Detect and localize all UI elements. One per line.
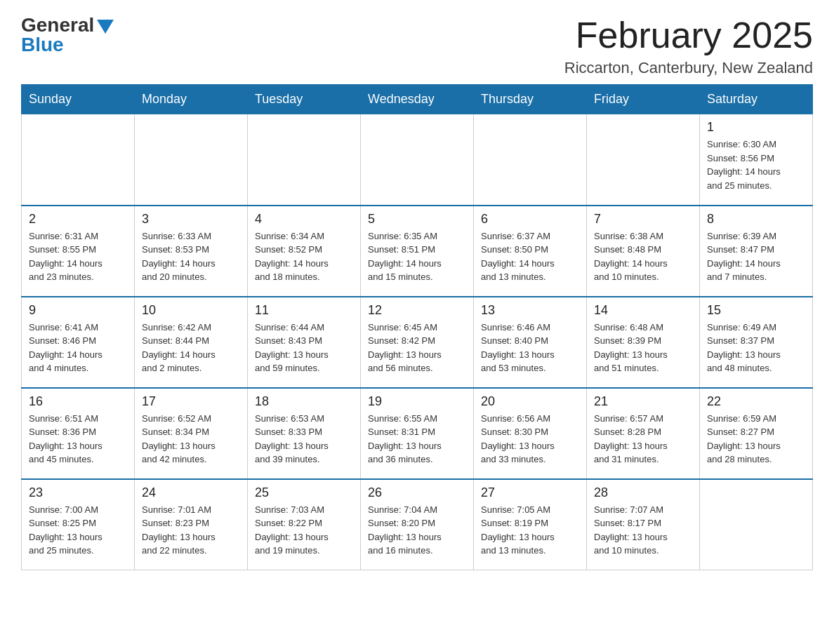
calendar-cell: 3Sunrise: 6:33 AM Sunset: 8:53 PM Daylig… <box>135 206 248 297</box>
day-info: Sunrise: 6:56 AM Sunset: 8:30 PM Dayligh… <box>481 412 579 467</box>
day-info: Sunrise: 6:46 AM Sunset: 8:40 PM Dayligh… <box>481 321 579 375</box>
day-of-week-header: Friday <box>587 85 700 114</box>
calendar-cell: 10Sunrise: 6:42 AM Sunset: 8:44 PM Dayli… <box>135 297 248 388</box>
page-header: General Blue February 2025 Riccarton, Ca… <box>21 14 813 77</box>
day-number: 13 <box>481 303 579 318</box>
day-number: 23 <box>29 485 127 500</box>
day-number: 17 <box>142 394 240 409</box>
calendar-cell <box>22 114 135 206</box>
calendar-cell <box>248 114 361 206</box>
day-info: Sunrise: 6:34 AM Sunset: 8:52 PM Dayligh… <box>255 229 353 284</box>
day-info: Sunrise: 6:57 AM Sunset: 8:28 PM Dayligh… <box>594 412 692 467</box>
day-number: 27 <box>481 485 579 500</box>
day-info: Sunrise: 7:03 AM Sunset: 8:22 PM Dayligh… <box>255 503 353 558</box>
day-info: Sunrise: 6:33 AM Sunset: 8:53 PM Dayligh… <box>142 229 240 284</box>
calendar-table: SundayMondayTuesdayWednesdayThursdayFrid… <box>21 84 813 570</box>
day-info: Sunrise: 6:59 AM Sunset: 8:27 PM Dayligh… <box>707 412 805 467</box>
day-info: Sunrise: 7:01 AM Sunset: 8:23 PM Dayligh… <box>142 503 240 558</box>
day-number: 12 <box>368 303 466 318</box>
day-number: 18 <box>255 394 353 409</box>
calendar-cell: 22Sunrise: 6:59 AM Sunset: 8:27 PM Dayli… <box>700 388 813 479</box>
week-row: 23Sunrise: 7:00 AM Sunset: 8:25 PM Dayli… <box>22 479 813 570</box>
day-number: 7 <box>594 212 692 227</box>
day-number: 1 <box>707 120 805 135</box>
day-info: Sunrise: 6:31 AM Sunset: 8:55 PM Dayligh… <box>29 229 127 284</box>
day-of-week-header: Tuesday <box>248 85 361 114</box>
calendar-cell: 5Sunrise: 6:35 AM Sunset: 8:51 PM Daylig… <box>361 206 474 297</box>
week-row: 16Sunrise: 6:51 AM Sunset: 8:36 PM Dayli… <box>22 388 813 479</box>
day-of-week-header: Saturday <box>700 85 813 114</box>
calendar-cell: 15Sunrise: 6:49 AM Sunset: 8:37 PM Dayli… <box>700 297 813 388</box>
day-number: 28 <box>594 485 692 500</box>
calendar-cell <box>361 114 474 206</box>
day-number: 11 <box>255 303 353 318</box>
calendar-cell: 21Sunrise: 6:57 AM Sunset: 8:28 PM Dayli… <box>587 388 700 479</box>
day-info: Sunrise: 6:44 AM Sunset: 8:43 PM Dayligh… <box>255 321 353 375</box>
calendar-cell: 19Sunrise: 6:55 AM Sunset: 8:31 PM Dayli… <box>361 388 474 479</box>
day-number: 20 <box>481 394 579 409</box>
day-info: Sunrise: 7:07 AM Sunset: 8:17 PM Dayligh… <box>594 503 692 558</box>
calendar-cell: 8Sunrise: 6:39 AM Sunset: 8:47 PM Daylig… <box>700 206 813 297</box>
week-row: 2Sunrise: 6:31 AM Sunset: 8:55 PM Daylig… <box>22 206 813 297</box>
day-info: Sunrise: 7:05 AM Sunset: 8:19 PM Dayligh… <box>481 503 579 558</box>
day-info: Sunrise: 6:38 AM Sunset: 8:48 PM Dayligh… <box>594 229 692 284</box>
week-row: 9Sunrise: 6:41 AM Sunset: 8:46 PM Daylig… <box>22 297 813 388</box>
day-info: Sunrise: 6:55 AM Sunset: 8:31 PM Dayligh… <box>368 412 466 467</box>
month-title: February 2025 <box>564 14 813 56</box>
calendar-cell: 24Sunrise: 7:01 AM Sunset: 8:23 PM Dayli… <box>135 479 248 570</box>
calendar-cell <box>700 479 813 570</box>
calendar-cell: 27Sunrise: 7:05 AM Sunset: 8:19 PM Dayli… <box>474 479 587 570</box>
day-number: 5 <box>368 212 466 227</box>
calendar-cell: 2Sunrise: 6:31 AM Sunset: 8:55 PM Daylig… <box>22 206 135 297</box>
day-info: Sunrise: 6:48 AM Sunset: 8:39 PM Dayligh… <box>594 321 692 375</box>
day-number: 26 <box>368 485 466 500</box>
calendar-cell: 26Sunrise: 7:04 AM Sunset: 8:20 PM Dayli… <box>361 479 474 570</box>
day-info: Sunrise: 6:37 AM Sunset: 8:50 PM Dayligh… <box>481 229 579 284</box>
calendar-cell: 23Sunrise: 7:00 AM Sunset: 8:25 PM Dayli… <box>22 479 135 570</box>
calendar-cell: 6Sunrise: 6:37 AM Sunset: 8:50 PM Daylig… <box>474 206 587 297</box>
calendar-header-row: SundayMondayTuesdayWednesdayThursdayFrid… <box>22 85 813 114</box>
calendar-cell <box>135 114 248 206</box>
logo: General Blue <box>21 14 114 56</box>
day-info: Sunrise: 6:42 AM Sunset: 8:44 PM Dayligh… <box>142 321 240 375</box>
location-title: Riccarton, Canterbury, New Zealand <box>564 59 813 77</box>
calendar-cell: 17Sunrise: 6:52 AM Sunset: 8:34 PM Dayli… <box>135 388 248 479</box>
calendar-cell: 13Sunrise: 6:46 AM Sunset: 8:40 PM Dayli… <box>474 297 587 388</box>
day-info: Sunrise: 6:39 AM Sunset: 8:47 PM Dayligh… <box>707 229 805 284</box>
day-info: Sunrise: 6:41 AM Sunset: 8:46 PM Dayligh… <box>29 321 127 375</box>
day-number: 21 <box>594 394 692 409</box>
day-number: 24 <box>142 485 240 500</box>
day-number: 16 <box>29 394 127 409</box>
day-info: Sunrise: 7:00 AM Sunset: 8:25 PM Dayligh… <box>29 503 127 558</box>
day-number: 22 <box>707 394 805 409</box>
day-info: Sunrise: 6:51 AM Sunset: 8:36 PM Dayligh… <box>29 412 127 467</box>
day-info: Sunrise: 6:35 AM Sunset: 8:51 PM Dayligh… <box>368 229 466 284</box>
day-of-week-header: Sunday <box>22 85 135 114</box>
day-info: Sunrise: 6:45 AM Sunset: 8:42 PM Dayligh… <box>368 321 466 375</box>
calendar-cell: 1Sunrise: 6:30 AM Sunset: 8:56 PM Daylig… <box>700 114 813 206</box>
logo-blue-text: Blue <box>21 34 64 56</box>
title-section: February 2025 Riccarton, Canterbury, New… <box>564 14 813 77</box>
week-row: 1Sunrise: 6:30 AM Sunset: 8:56 PM Daylig… <box>22 114 813 206</box>
day-of-week-header: Monday <box>135 85 248 114</box>
day-of-week-header: Thursday <box>474 85 587 114</box>
day-number: 6 <box>481 212 579 227</box>
day-number: 2 <box>29 212 127 227</box>
day-number: 10 <box>142 303 240 318</box>
calendar-cell: 16Sunrise: 6:51 AM Sunset: 8:36 PM Dayli… <box>22 388 135 479</box>
calendar-cell <box>587 114 700 206</box>
day-number: 4 <box>255 212 353 227</box>
calendar-cell: 18Sunrise: 6:53 AM Sunset: 8:33 PM Dayli… <box>248 388 361 479</box>
day-of-week-header: Wednesday <box>361 85 474 114</box>
logo-triangle-icon <box>97 20 114 34</box>
day-number: 9 <box>29 303 127 318</box>
day-info: Sunrise: 6:53 AM Sunset: 8:33 PM Dayligh… <box>255 412 353 467</box>
calendar-cell: 20Sunrise: 6:56 AM Sunset: 8:30 PM Dayli… <box>474 388 587 479</box>
day-number: 8 <box>707 212 805 227</box>
calendar-cell: 11Sunrise: 6:44 AM Sunset: 8:43 PM Dayli… <box>248 297 361 388</box>
calendar-cell: 9Sunrise: 6:41 AM Sunset: 8:46 PM Daylig… <box>22 297 135 388</box>
day-number: 15 <box>707 303 805 318</box>
day-info: Sunrise: 6:49 AM Sunset: 8:37 PM Dayligh… <box>707 321 805 375</box>
day-number: 25 <box>255 485 353 500</box>
day-info: Sunrise: 6:52 AM Sunset: 8:34 PM Dayligh… <box>142 412 240 467</box>
